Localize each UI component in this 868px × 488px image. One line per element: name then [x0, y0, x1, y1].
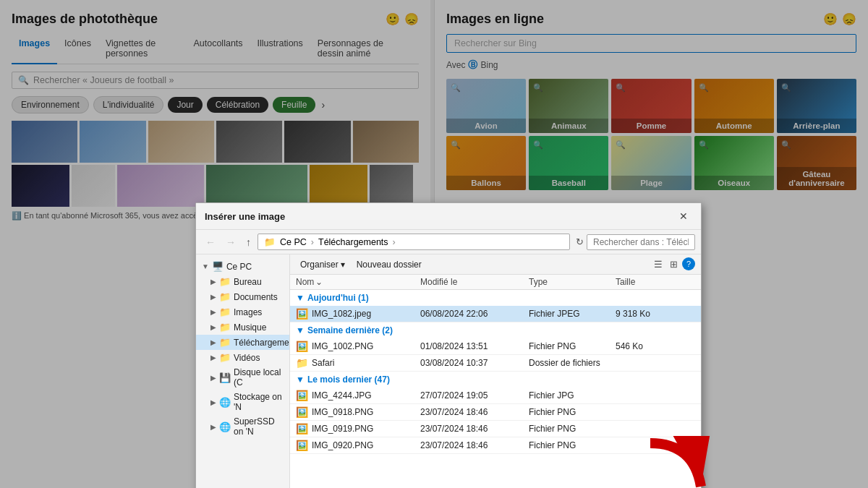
arrow-icon: ▶ — [210, 398, 216, 406]
arrow-icon: ▶ — [210, 374, 216, 382]
sidebar-item-disque[interactable]: ▶ 💾 Disque local (C — [196, 365, 289, 390]
col-extra — [673, 277, 695, 287]
sidebar-item-bureau[interactable]: ▶ 📁 Bureau — [196, 274, 289, 289]
view-buttons: ☰ ⊞ ? — [651, 257, 695, 271]
file-name-cell: 🖼️ IMG_0919.PNG — [296, 423, 420, 435]
file-name-cell: 🖼️ IMG_0918.PNG — [296, 406, 420, 418]
file-image-icon: 🖼️ — [296, 341, 308, 352]
dialog-content: Organiser ▾ Nouveau dossier ☰ ⊞ ? Nom ⌄ — [290, 254, 701, 488]
network-drive-icon: 🌐 — [219, 397, 231, 408]
arrow-icon: ▶ — [210, 308, 216, 316]
file-row-img1082[interactable]: 🖼️ IMG_1082.jpeg 06/08/2024 22:06 Fichie… — [290, 306, 701, 322]
help-button[interactable]: ? — [682, 257, 695, 270]
nav-back-button[interactable]: ← — [202, 234, 219, 250]
file-image-icon: 🖼️ — [296, 390, 308, 401]
file-row-img0918[interactable]: 🖼️ IMG_0918.PNG 23/07/2024 18:46 Fichier… — [290, 404, 701, 421]
group-arrow-icon: ▼ — [296, 374, 305, 385]
folder-icon: 📁 — [219, 352, 231, 363]
dropdown-arrow-icon: ▾ — [341, 260, 345, 270]
dialog-sidebar: ▼ 🖥️ Ce PC ▶ 📁 Bureau ▶ 📁 Documents ▶ 📁 … — [196, 254, 290, 488]
file-row-safari[interactable]: 📁 Safari 03/08/2024 10:37 Dossier de fic… — [290, 355, 701, 372]
file-name-cell: 📁 Safari — [296, 357, 420, 369]
group-arrow-icon: ▼ — [296, 293, 305, 303]
folder-icon: 📁 — [219, 322, 231, 333]
nav-forward-button[interactable]: → — [222, 234, 239, 250]
col-nom[interactable]: Nom ⌄ — [296, 277, 420, 287]
sidebar-item-videos[interactable]: ▶ 📁 Vidéos — [196, 350, 289, 365]
addr-separator: › — [311, 237, 314, 247]
network-drive-icon: 🌐 — [219, 421, 231, 432]
sidebar-item-telechargements[interactable]: ▶ 📁 Téléchargemen — [196, 335, 289, 350]
refresh-button[interactable]: ↻ — [576, 236, 584, 247]
address-bar: 📁 Ce PC › Téléchargements › — [258, 234, 570, 250]
content-toolbar: Organiser ▾ Nouveau dossier ☰ ⊞ ? — [290, 254, 701, 275]
group-header-last-month[interactable]: ▼ Le mois dernier (47) — [290, 372, 701, 388]
file-name-cell: 🖼️ IMG_1082.jpeg — [296, 308, 420, 320]
addr-telechargements: Téléchargements — [318, 237, 388, 247]
file-name-cell: 🖼️ IMG_4244.JPG — [296, 390, 420, 401]
arrow-icon: ▶ — [210, 278, 216, 286]
addr-folder-icon: 📁 — [264, 236, 276, 247]
drive-icon: 💾 — [219, 372, 231, 383]
addr-ce-pc: Ce PC — [280, 237, 307, 247]
sidebar-item-musique[interactable]: ▶ 📁 Musique — [196, 320, 289, 335]
file-name-cell: 🖼️ IMG_1002.PNG — [296, 341, 420, 352]
dialog-search-input[interactable] — [587, 234, 695, 250]
file-image-icon: 🖼️ — [296, 423, 308, 435]
file-row-img1002[interactable]: 🖼️ IMG_1002.PNG 01/08/2024 13:51 Fichier… — [290, 338, 701, 355]
file-list-header: Nom ⌄ Modifié le Type Taille — [290, 275, 701, 290]
sidebar-item-stockage[interactable]: ▶ 🌐 Stockage on 'N — [196, 390, 289, 414]
folder-icon: 📁 — [219, 337, 231, 348]
pc-icon: 🖥️ — [212, 261, 224, 272]
addr-separator-2: › — [393, 237, 396, 247]
group-header-last-week[interactable]: ▼ Semaine dernière (2) — [290, 322, 701, 338]
sidebar-item-superssd[interactable]: ▶ 🌐 SuperSSD on 'N — [196, 414, 289, 439]
file-image-icon: 🖼️ — [296, 406, 308, 418]
folder-icon: 📁 — [219, 307, 231, 317]
file-name-cell: 🖼️ IMG_0920.PNG — [296, 440, 420, 451]
col-type[interactable]: Type — [529, 277, 616, 287]
nav-up-button[interactable]: ↑ — [242, 234, 255, 250]
grid-view-button[interactable]: ⊞ — [667, 257, 681, 271]
organiser-button[interactable]: Organiser ▾ — [296, 258, 349, 271]
folder-icon: 📁 — [219, 291, 231, 302]
sidebar-item-images[interactable]: ▶ 📁 Images — [196, 304, 289, 320]
dialog-title: Insérer une image — [205, 211, 285, 222]
file-image-icon: 🖼️ — [296, 308, 308, 320]
folder-icon: 📁 — [296, 357, 308, 369]
arrow-icon: ▶ — [210, 323, 216, 331]
arrow-icon: ▶ — [210, 338, 216, 346]
file-row-img0920[interactable]: 🖼️ IMG_0920.PNG 23/07/2024 18:46 Fichier… — [290, 437, 701, 454]
file-row-img0919[interactable]: 🖼️ IMG_0919.PNG 23/07/2024 18:46 Fichier… — [290, 421, 701, 437]
file-row-img4244[interactable]: 🖼️ IMG_4244.JPG 27/07/2024 19:05 Fichier… — [290, 388, 701, 404]
arrow-icon: ▶ — [210, 293, 216, 301]
dialog-close-button[interactable]: ✕ — [675, 209, 692, 223]
group-header-today[interactable]: ▼ Aujourd'hui (1) — [290, 290, 701, 306]
sidebar-item-ce-pc[interactable]: ▼ 🖥️ Ce PC — [196, 259, 289, 274]
arrow-icon: ▶ — [210, 423, 216, 431]
dialog-toolbar: ← → ↑ 📁 Ce PC › Téléchargements › ↻ — [196, 230, 701, 254]
group-arrow-icon: ▼ — [296, 325, 305, 335]
folder-icon: 📁 — [219, 276, 231, 287]
dialog-titlebar: Insérer une image ✕ — [196, 203, 701, 230]
file-image-icon: 🖼️ — [296, 440, 308, 451]
list-view-button[interactable]: ☰ — [651, 257, 665, 271]
file-dialog: Insérer une image ✕ ← → ↑ 📁 Ce PC › Télé… — [195, 202, 702, 488]
col-taille[interactable]: Taille — [616, 277, 673, 287]
col-modifie[interactable]: Modifié le — [420, 277, 529, 287]
sidebar-item-documents[interactable]: ▶ 📁 Documents — [196, 289, 289, 304]
arrow-icon: ▶ — [210, 354, 216, 361]
dialog-body: ▼ 🖥️ Ce PC ▶ 📁 Bureau ▶ 📁 Documents ▶ 📁 … — [196, 254, 701, 488]
arrow-icon: ▼ — [202, 262, 209, 270]
nouveau-dossier-button[interactable]: Nouveau dossier — [352, 258, 426, 271]
